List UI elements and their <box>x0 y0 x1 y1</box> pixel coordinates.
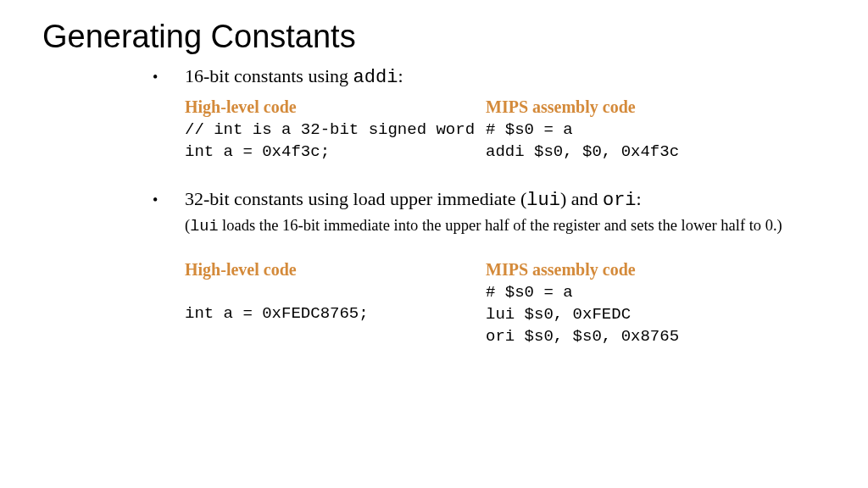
page-title: Generating Constants <box>42 19 826 55</box>
note-code: lui <box>190 218 218 236</box>
bullet-code: lui <box>526 190 560 211</box>
col-right-1: MIPS assembly code # $s0 = a addi $s0, $… <box>486 97 826 163</box>
mips-code: # $s0 = a lui $s0, 0xFEDC ori $s0, $s0, … <box>486 282 826 347</box>
bullet-code: addi <box>353 67 398 88</box>
bullet-item-2: • 32-bit constants using load upper imme… <box>153 188 826 212</box>
high-level-code: int a = 0xFEDC8765; <box>185 303 486 325</box>
col-right-2: MIPS assembly code # $s0 = a lui $s0, 0x… <box>486 260 826 347</box>
bullet-code: ori <box>603 190 637 211</box>
bullet-dot: • <box>153 188 185 212</box>
bullet-text-mid: ) and <box>560 188 603 209</box>
bullet-text-prefix: 16-bit constants using <box>185 65 353 86</box>
code-columns-1: High-level code // int is a 32-bit signe… <box>153 97 826 163</box>
mips-label: MIPS assembly code <box>486 97 826 117</box>
bullet-text: 16-bit constants using addi: <box>185 65 403 88</box>
bullet-text-suffix: : <box>637 188 642 209</box>
col-left-2: High-level code int a = 0xFEDC8765; <box>185 260 486 347</box>
bullet-item-1: • 16-bit constants using addi: <box>153 65 826 89</box>
col-left-1: High-level code // int is a 32-bit signe… <box>185 97 486 163</box>
code-columns-2: High-level code int a = 0xFEDC8765; MIPS… <box>153 260 826 347</box>
bullet-dot: • <box>153 65 185 89</box>
mips-label: MIPS assembly code <box>486 260 826 280</box>
bullet-text-suffix: : <box>398 65 403 86</box>
high-level-label: High-level code <box>185 260 486 280</box>
bullet-text: 32-bit constants using load upper immedi… <box>185 188 642 211</box>
high-level-code: // int is a 32-bit signed word int a = 0… <box>185 119 486 163</box>
slide-content: • 16-bit constants using addi: High-leve… <box>42 65 826 347</box>
high-level-label: High-level code <box>185 97 486 117</box>
bullet-text-prefix: 32-bit constants using load upper immedi… <box>185 188 526 209</box>
note-text: (lui loads the 16-bit immediate into the… <box>153 215 826 238</box>
note-rest: loads the 16-bit immediate into the uppe… <box>218 217 782 234</box>
mips-code: # $s0 = a addi $s0, $0, 0x4f3c <box>486 119 826 163</box>
